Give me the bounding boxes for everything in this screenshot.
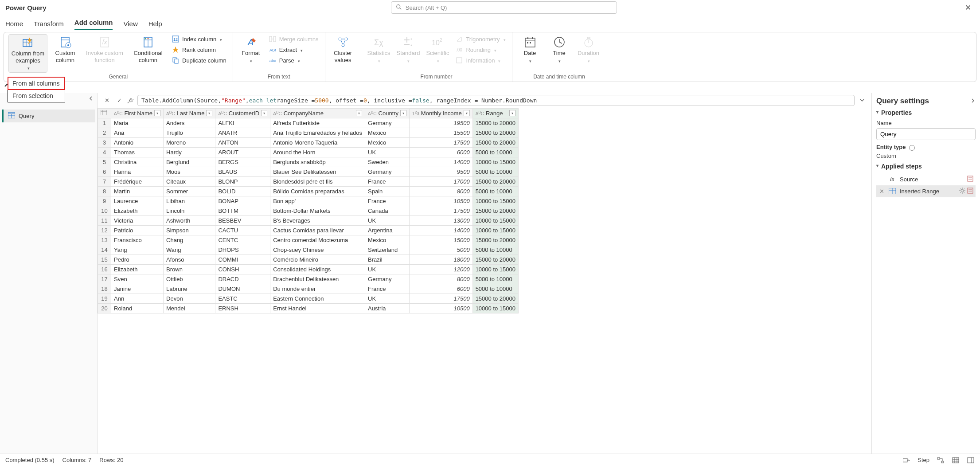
- cell-comp[interactable]: Ernst Handel: [270, 303, 365, 313]
- cell-inc[interactable]: 10500: [410, 196, 473, 206]
- menu-tab-transform[interactable]: Transform: [34, 17, 64, 30]
- table-row[interactable]: 3AntonioMorenoANTONAntonio Moreno Taquer…: [98, 137, 519, 147]
- cell-rng[interactable]: 15000 to 20000: [472, 206, 518, 215]
- cell-first[interactable]: Martin: [111, 186, 164, 196]
- cell-ctry[interactable]: France: [365, 284, 410, 294]
- applied-step[interactable]: fxSource: [876, 173, 976, 185]
- cell-cid[interactable]: BESBEV: [215, 215, 270, 225]
- column-header-ctry[interactable]: ABCCountry▾: [365, 108, 410, 118]
- cell-inc[interactable]: 8000: [410, 274, 473, 284]
- row-number[interactable]: 11: [98, 215, 111, 225]
- cell-cid[interactable]: EASTC: [215, 294, 270, 303]
- menu-from-selection[interactable]: From selection: [8, 90, 65, 102]
- table-row[interactable]: 5ChristinaBerglundBERGSBerglunds snabbkö…: [98, 157, 519, 167]
- step-nav-button[interactable]: [902, 456, 910, 464]
- cell-last[interactable]: Libihan: [164, 196, 215, 206]
- column-header-last[interactable]: ABCLast Name▾: [164, 108, 215, 118]
- cell-comp[interactable]: Drachenblut Delikatessen: [270, 274, 365, 284]
- cell-inc[interactable]: 17000: [410, 176, 473, 186]
- cell-comp[interactable]: Bon app': [270, 196, 365, 206]
- column-header-comp[interactable]: ABCCompanyName▾: [270, 108, 365, 118]
- cell-comp[interactable]: Chop-suey Chinese: [270, 245, 365, 255]
- cell-comp[interactable]: Eastern Connection: [270, 294, 365, 303]
- cell-first[interactable]: Laurence: [111, 196, 164, 206]
- row-number[interactable]: 8: [98, 186, 111, 196]
- cell-last[interactable]: Ottlieb: [164, 274, 215, 284]
- cell-ctry[interactable]: UK: [365, 215, 410, 225]
- cell-first[interactable]: Ann: [111, 294, 164, 303]
- formula-accept-button[interactable]: ✓: [114, 95, 124, 105]
- table-row[interactable]: 19AnnDevonEASTCEastern ConnectionUK17500…: [98, 294, 519, 303]
- cell-first[interactable]: Maria: [111, 118, 164, 128]
- cell-first[interactable]: Christina: [111, 157, 164, 167]
- cell-comp[interactable]: Bottom-Dollar Markets: [270, 206, 365, 215]
- row-number[interactable]: 4: [98, 147, 111, 157]
- cell-ctry[interactable]: Canada: [365, 206, 410, 215]
- column-from-examples-button[interactable]: Column from examples: [8, 34, 47, 73]
- close-button[interactable]: ✕: [961, 1, 975, 14]
- cell-cid[interactable]: AROUT: [215, 147, 270, 157]
- cell-cid[interactable]: ERNSH: [215, 303, 270, 313]
- row-number[interactable]: 14: [98, 245, 111, 255]
- table-row[interactable]: 7FrédériqueCiteauxBLONPBlondesddsl pére …: [98, 176, 519, 186]
- row-number[interactable]: 5: [98, 157, 111, 167]
- column-filter-button[interactable]: ▾: [400, 110, 406, 116]
- cell-inc[interactable]: 17500: [410, 206, 473, 215]
- step-menu-button[interactable]: [967, 176, 973, 183]
- cell-rng[interactable]: 15000 to 20000: [472, 255, 518, 264]
- cell-first[interactable]: Frédérique: [111, 176, 164, 186]
- cell-inc[interactable]: 10500: [410, 303, 473, 313]
- cell-last[interactable]: Moos: [164, 167, 215, 176]
- cell-inc[interactable]: 14000: [410, 225, 473, 235]
- cell-rng[interactable]: 15000 to 20000: [472, 235, 518, 245]
- cell-cid[interactable]: CENTC: [215, 235, 270, 245]
- row-number[interactable]: 15: [98, 255, 111, 264]
- cell-cid[interactable]: BERGS: [215, 157, 270, 167]
- table-row[interactable]: 10ElizabethLincolnBOTTMBottom-Dollar Mar…: [98, 206, 519, 215]
- cell-comp[interactable]: Centro comercial Moctezuma: [270, 235, 365, 245]
- cell-first[interactable]: Roland: [111, 303, 164, 313]
- cell-comp[interactable]: Ana Trujillo Emaredados y helados: [270, 128, 365, 137]
- cell-rng[interactable]: 15000 to 20000: [472, 128, 518, 137]
- cell-first[interactable]: Elizabeth: [111, 206, 164, 215]
- table-row[interactable]: 17SvenOttliebDRACDDrachenblut Delikatess…: [98, 274, 519, 284]
- applied-step[interactable]: ✕Inserted Range: [876, 185, 976, 197]
- menu-tab-add-column[interactable]: Add column: [74, 16, 113, 30]
- duplicate-column-button[interactable]: Duplicate column: [170, 55, 228, 65]
- cell-last[interactable]: Anders: [164, 118, 215, 128]
- menu-tab-help[interactable]: Help: [148, 17, 162, 30]
- cell-inc[interactable]: 9500: [410, 167, 473, 176]
- row-number-header[interactable]: [98, 108, 111, 118]
- cell-cid[interactable]: BLAUS: [215, 167, 270, 176]
- formula-cancel-button[interactable]: ✕: [102, 95, 112, 105]
- cell-comp[interactable]: Comércio Mineiro: [270, 255, 365, 264]
- formula-expand-button[interactable]: [857, 95, 867, 105]
- cell-rng[interactable]: 10000 to 15000: [472, 196, 518, 206]
- cell-rng[interactable]: 5000 to 10000: [472, 274, 518, 284]
- cell-ctry[interactable]: Germany: [365, 274, 410, 284]
- nav-collapse-button[interactable]: [85, 93, 97, 105]
- cell-inc[interactable]: 6000: [410, 147, 473, 157]
- cell-ctry[interactable]: Austria: [365, 303, 410, 313]
- table-row[interactable]: 11VictoriaAshworthBESBEVB's BeveragesUK1…: [98, 215, 519, 225]
- grid-view-button[interactable]: [952, 456, 960, 464]
- table-row[interactable]: 14YangWangDHOPSChop-suey ChineseSwitzerl…: [98, 245, 519, 255]
- cell-last[interactable]: Lincoln: [164, 206, 215, 215]
- cell-cid[interactable]: DRACD: [215, 274, 270, 284]
- column-filter-button[interactable]: ▾: [356, 110, 362, 116]
- cell-comp[interactable]: Antonio Moreno Taqueria: [270, 137, 365, 147]
- cell-rng[interactable]: 10000 to 15000: [472, 264, 518, 274]
- row-number[interactable]: 17: [98, 274, 111, 284]
- table-row[interactable]: 15PedroAfonsoCOMMIComércio MineiroBrazil…: [98, 255, 519, 264]
- cell-last[interactable]: Berglund: [164, 157, 215, 167]
- parse-button[interactable]: abc Parse: [267, 55, 320, 65]
- cell-inc[interactable]: 19500: [410, 118, 473, 128]
- row-number[interactable]: 20: [98, 303, 111, 313]
- cell-first[interactable]: Elizabeth: [111, 264, 164, 274]
- table-row[interactable]: 12PatricioSimpsonCACTUCactus Comidas par…: [98, 225, 519, 235]
- table-row[interactable]: 1MariaAndersALFKIAlfreds FutterkisteGerm…: [98, 118, 519, 128]
- row-number[interactable]: 3: [98, 137, 111, 147]
- cell-inc[interactable]: 8000: [410, 186, 473, 196]
- cell-ctry[interactable]: Spain: [365, 186, 410, 196]
- column-filter-button[interactable]: ▾: [206, 110, 212, 116]
